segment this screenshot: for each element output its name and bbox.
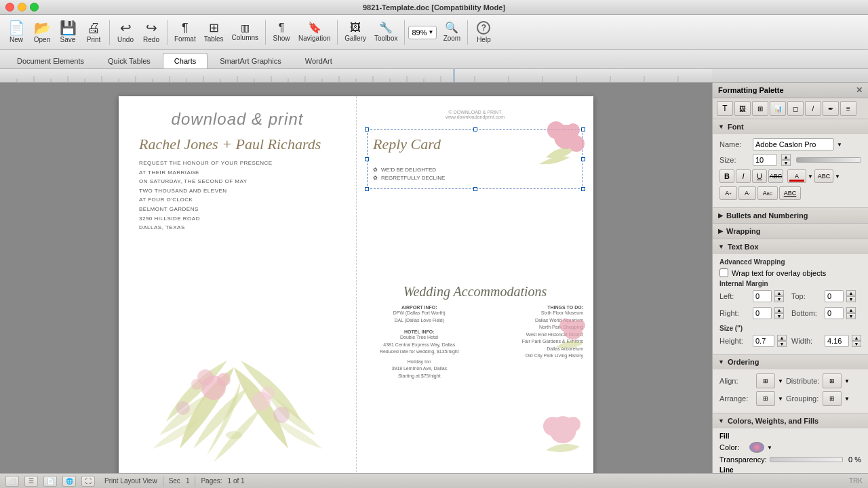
font-section-content: Name: ▼ Size: ▲ ▼ B bbox=[713, 134, 868, 207]
bold-button[interactable]: B bbox=[719, 169, 734, 183]
bottom-label: Bottom: bbox=[791, 309, 822, 317]
tables-button[interactable]: ⊞ Tables bbox=[201, 20, 227, 45]
arrange-dropdown[interactable]: ⊞ bbox=[756, 391, 775, 406]
format-button[interactable]: ¶ Format bbox=[171, 20, 199, 45]
show-button[interactable]: ¶ Show bbox=[269, 20, 294, 44]
top-input[interactable] bbox=[825, 290, 844, 302]
panel-icon-line[interactable]: / bbox=[805, 101, 821, 116]
navigation-button[interactable]: 🔖 Navigation bbox=[295, 20, 334, 44]
right-down[interactable]: ▼ bbox=[774, 313, 784, 319]
transparency-slider[interactable] bbox=[770, 457, 843, 462]
right-up[interactable]: ▲ bbox=[774, 307, 784, 313]
document-area[interactable]: download & print Rachel Jones + Paul Ric… bbox=[0, 83, 712, 473]
grouping-arrow[interactable]: ▼ bbox=[844, 396, 850, 402]
bottom-up[interactable]: ▲ bbox=[846, 307, 856, 313]
distribute-arrow[interactable]: ▼ bbox=[844, 378, 850, 384]
font-size-input[interactable] bbox=[753, 154, 777, 166]
panel-close-button[interactable]: ✕ bbox=[856, 85, 863, 95]
toolbox-button[interactable]: 🔧 Toolbox bbox=[371, 20, 401, 44]
width-up[interactable]: ▲ bbox=[852, 335, 861, 341]
panel-icon-table[interactable]: ⊞ bbox=[752, 101, 768, 116]
left-down[interactable]: ▼ bbox=[774, 296, 784, 302]
text-box-section-header[interactable]: ▼ Text Box bbox=[713, 239, 868, 254]
fill-color-swatch[interactable] bbox=[749, 442, 764, 453]
align-dropdown[interactable]: ⊞ bbox=[756, 373, 775, 388]
view-btn-2[interactable]: ☰ bbox=[24, 476, 38, 487]
font-size-slider[interactable] bbox=[796, 157, 861, 163]
colors-section-header[interactable]: ▼ Colors, Weights, and Fills bbox=[713, 413, 868, 428]
zoom-button[interactable]: 🔍 Zoom bbox=[439, 20, 464, 44]
panel-icon-pen[interactable]: ✒ bbox=[823, 101, 839, 116]
align-arrow[interactable]: ▼ bbox=[778, 378, 783, 384]
top-down[interactable]: ▼ bbox=[846, 296, 856, 302]
underline-button[interactable]: U bbox=[752, 169, 767, 183]
font-size-up[interactable]: ▲ bbox=[781, 154, 791, 160]
width-down[interactable]: ▼ bbox=[852, 341, 861, 347]
fill-color-arrow[interactable]: ▼ bbox=[767, 445, 772, 451]
zoom-box[interactable]: 89% ▼ bbox=[408, 26, 437, 39]
arrange-arrow[interactable]: ▼ bbox=[778, 396, 783, 402]
gallery-button[interactable]: 🖼 Gallery bbox=[341, 20, 370, 44]
highlight-button[interactable]: ABC bbox=[814, 169, 833, 183]
font-name-dropdown[interactable]: ▼ bbox=[837, 142, 842, 148]
font-color-dropdown[interactable]: ▼ bbox=[808, 174, 813, 180]
print-button[interactable]: 🖨 Print bbox=[81, 19, 106, 45]
view-btn-4[interactable]: 🌐 bbox=[62, 476, 76, 487]
tables-icon: ⊞ bbox=[209, 22, 219, 34]
height-input[interactable] bbox=[753, 335, 774, 347]
panel-icon-shape[interactable]: ◻ bbox=[787, 101, 804, 116]
font-size-down[interactable]: ▼ bbox=[781, 160, 791, 166]
smallcaps-button[interactable]: Abc bbox=[757, 186, 778, 200]
bottom-input[interactable] bbox=[825, 307, 844, 319]
tab-charts[interactable]: Charts bbox=[163, 53, 208, 68]
panel-icon-list[interactable]: ≡ bbox=[840, 101, 856, 116]
font-color-button[interactable]: A bbox=[787, 169, 806, 183]
height-up[interactable]: ▲ bbox=[777, 335, 787, 341]
height-down[interactable]: ▼ bbox=[777, 341, 787, 347]
top-up[interactable]: ▲ bbox=[846, 290, 856, 296]
grouping-dropdown[interactable]: ⊞ bbox=[823, 391, 842, 406]
print-icon: 🖨 bbox=[87, 21, 100, 35]
fill-color-label: Color: bbox=[719, 443, 747, 451]
tab-wordart[interactable]: WordArt bbox=[294, 53, 344, 68]
bottom-down[interactable]: ▼ bbox=[846, 313, 856, 319]
highlight-dropdown[interactable]: ▼ bbox=[835, 174, 840, 180]
font-section-header[interactable]: ▼ Font bbox=[713, 119, 868, 134]
new-button[interactable]: 📄 New bbox=[4, 19, 28, 45]
left-input[interactable] bbox=[753, 290, 772, 302]
wrap-checkbox[interactable] bbox=[719, 268, 728, 277]
help-button[interactable]: ? Help bbox=[471, 19, 496, 45]
view-btn-1[interactable]: ⬜ bbox=[5, 476, 19, 487]
panel-icon-chart[interactable]: 📊 bbox=[770, 101, 786, 116]
maximize-button[interactable] bbox=[30, 3, 39, 12]
zoom-dropdown-arrow[interactable]: ▼ bbox=[429, 29, 434, 35]
bullets-section-header[interactable]: ▶ Bullets and Numbering bbox=[713, 208, 868, 223]
left-up[interactable]: ▲ bbox=[774, 290, 784, 296]
superscript-button[interactable]: A+ bbox=[719, 186, 737, 200]
tab-quick-tables[interactable]: Quick Tables bbox=[96, 53, 162, 68]
save-button[interactable]: 💾 Save bbox=[56, 19, 80, 45]
tab-smartart-graphics[interactable]: SmartArt Graphics bbox=[208, 53, 292, 68]
distribute-dropdown[interactable]: ⊞ bbox=[823, 373, 842, 388]
strikethrough-button[interactable]: ABC bbox=[768, 169, 783, 183]
open-button[interactable]: 📂 Open bbox=[30, 19, 54, 45]
width-input[interactable] bbox=[825, 335, 849, 347]
view-btn-3[interactable]: 📄 bbox=[43, 476, 57, 487]
redo-button[interactable]: ↪ Redo bbox=[139, 19, 163, 45]
right-input[interactable] bbox=[753, 307, 772, 319]
view-btn-5[interactable]: ⛶ bbox=[81, 476, 95, 487]
allcaps-button[interactable]: ABC bbox=[779, 186, 801, 200]
close-button[interactable] bbox=[5, 3, 14, 12]
font-name-input[interactable] bbox=[753, 138, 834, 150]
panel-icon-image[interactable]: 🖼 bbox=[734, 101, 751, 116]
columns-button[interactable]: ▥ Columns bbox=[229, 21, 262, 43]
undo-button[interactable]: ↩ Undo bbox=[113, 19, 138, 45]
panel-icon-text[interactable]: T bbox=[717, 101, 733, 116]
tab-document-elements[interactable]: Document Elements bbox=[5, 53, 96, 68]
minimize-button[interactable] bbox=[18, 3, 26, 12]
subscript-button[interactable]: A- bbox=[738, 186, 756, 200]
gallery-icon: 🖼 bbox=[350, 22, 361, 33]
ordering-section-header[interactable]: ▼ Ordering bbox=[713, 354, 868, 369]
wrapping-section-header[interactable]: ▶ Wrapping bbox=[713, 224, 868, 239]
italic-button[interactable]: I bbox=[736, 169, 751, 183]
